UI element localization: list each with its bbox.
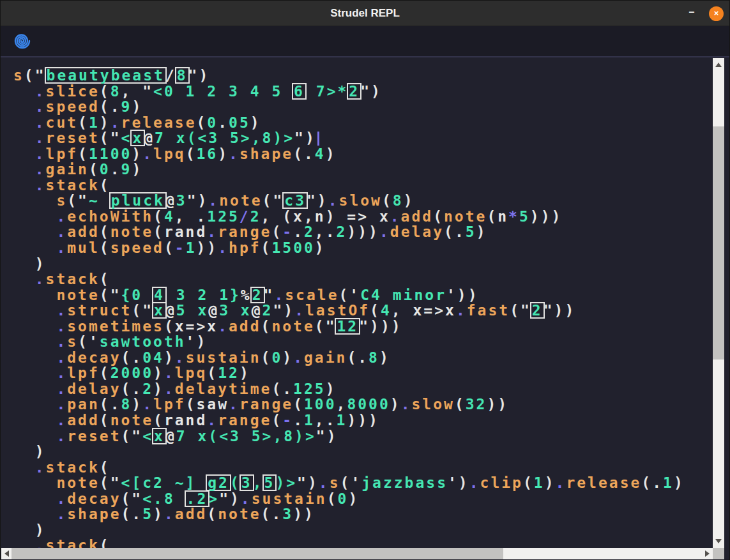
- scroll-down-arrow-icon[interactable]: [715, 539, 722, 543]
- code-token: .: [207, 223, 218, 240]
- code-token: ): [379, 349, 390, 366]
- code-token: 7 x(<3 5>,8)>: [176, 428, 316, 444]
- code-editor[interactable]: s("beautybeast/8") .slice(8, "<0 1 2 3 4…: [1, 56, 729, 560]
- code-token: s: [13, 67, 24, 84]
- code-token: decay: [67, 490, 121, 507]
- code-token: (": [24, 67, 46, 84]
- highlighted-token: x: [152, 428, 167, 444]
- vertical-scrollbar[interactable]: [713, 58, 724, 548]
- code-token: 2000: [110, 365, 153, 381]
- code-token: ): [326, 381, 337, 397]
- code-token: (: [271, 412, 282, 428]
- code-token: (": [121, 428, 143, 444]
- code-token: ): [348, 490, 359, 507]
- scroll-left-arrow-icon[interactable]: [4, 550, 9, 557]
- code-area[interactable]: s("beautybeast/8") .slice(8, "<0 1 2 3 4…: [1, 57, 713, 548]
- code-token: .: [35, 271, 46, 287]
- code-token: .: [35, 114, 46, 131]
- highlighted-token: x: [152, 302, 167, 319]
- code-token: note: [56, 287, 99, 303]
- app-header: [1, 26, 729, 56]
- highlighted-token: 4: [152, 287, 167, 303]
- code-token: delaytime: [175, 381, 272, 397]
- code-token: 1: [304, 412, 315, 428]
- code-token: gain: [304, 349, 347, 366]
- code-token: 100: [304, 396, 337, 412]
- highlighted-token: 3: [240, 474, 254, 491]
- code-token: .: [208, 192, 219, 209]
- code-token: speed: [46, 98, 100, 115]
- vertical-scrollbar-thumb[interactable]: [713, 126, 724, 359]
- code-token: ,.: [315, 412, 337, 428]
- code-token: ")): [544, 302, 576, 319]
- code-line: .add(note(rand.range(-.1,.1))): [13, 412, 713, 428]
- code-token: fast: [467, 302, 510, 319]
- code-line: .decay(.04).sustain(0).gain(.8): [13, 350, 713, 366]
- code-token: 2: [262, 302, 273, 319]
- code-token: 7 x(<3 5>,8)>: [155, 130, 294, 146]
- code-line: .gain(0.9): [13, 162, 713, 178]
- code-token: [13, 412, 56, 428]
- code-token: .: [175, 349, 186, 366]
- code-token: (: [100, 223, 110, 240]
- code-token: .: [56, 381, 67, 397]
- code-token: (": [100, 474, 121, 491]
- code-token: (: [89, 161, 100, 178]
- code-token: .: [35, 177, 46, 193]
- code-token: (: [78, 146, 89, 162]
- code-token: (.: [641, 474, 663, 491]
- strudel-repl-window: Strudel REPL – × s("beautybeast/8") .sli…: [0, 0, 730, 560]
- code-token: .: [241, 490, 252, 507]
- code-token: .: [456, 302, 467, 319]
- code-token: [13, 333, 56, 350]
- code-line: .slice(8, "<0 1 2 3 4 5 6 7>*2"): [13, 84, 713, 100]
- code-token: "): [297, 474, 319, 491]
- code-token: @: [165, 192, 176, 209]
- code-token: ): [13, 443, 46, 460]
- code-line: .stack(: [13, 178, 713, 193]
- code-token: (: [433, 208, 444, 225]
- code-token: 12: [218, 365, 240, 381]
- code-token: stack: [46, 459, 100, 476]
- code-token: range: [218, 223, 271, 240]
- strudel-spiral-logo-icon[interactable]: [13, 32, 31, 50]
- code-token: ): [153, 365, 164, 381]
- code-token: .: [229, 146, 240, 162]
- code-token: /: [240, 208, 250, 225]
- code-token: (rand: [153, 223, 207, 240]
- code-token: (: [186, 146, 197, 162]
- code-token: 8: [121, 396, 132, 412]
- code-token: 0: [271, 349, 282, 366]
- code-line: .s('sawtooth'): [13, 334, 713, 350]
- scroll-up-arrow-icon[interactable]: [715, 63, 722, 67]
- code-token: "): [187, 192, 209, 209]
- code-token: [13, 130, 35, 146]
- code-token: mul: [67, 239, 100, 256]
- code-token: "): [316, 428, 338, 444]
- code-line: note("{0 4 3 2 1}%2".scale('C4 minor')): [13, 287, 713, 303]
- scroll-right-arrow-icon[interactable]: [705, 550, 710, 557]
- minimize-button[interactable]: –: [682, 1, 701, 26]
- code-token: -: [282, 223, 293, 240]
- code-token: echoWith: [67, 208, 153, 225]
- code-token: 1: [337, 412, 347, 428]
- code-token: [13, 428, 56, 444]
- code-token: ): [250, 114, 261, 131]
- horizontal-scrollbar[interactable]: [1, 548, 713, 559]
- code-line: .cut(1).release(0.05): [13, 115, 713, 131]
- code-token: stack: [46, 271, 100, 287]
- titlebar[interactable]: Strudel REPL – ×: [1, 1, 729, 26]
- code-token: (": [510, 302, 531, 319]
- code-token: .: [56, 302, 67, 319]
- code-token: (": [315, 318, 337, 335]
- code-token: 125: [293, 381, 326, 397]
- close-button[interactable]: ×: [709, 6, 724, 21]
- code-token: (: [100, 537, 110, 548]
- highlighted-token: g2: [206, 474, 231, 491]
- code-token: shape: [67, 506, 121, 522]
- code-token: .: [142, 396, 153, 412]
- horizontal-scrollbar-thumb[interactable]: [11, 548, 503, 559]
- highlighted-token: .2: [185, 490, 210, 507]
- code-token: .: [35, 161, 46, 178]
- code-token: (.: [121, 381, 143, 397]
